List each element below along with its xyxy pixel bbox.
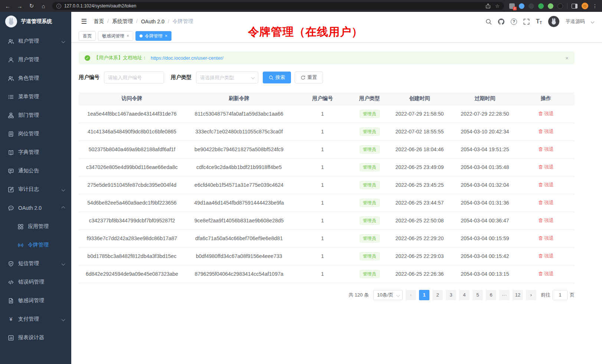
- pagination-next-button[interactable]: ›: [526, 290, 536, 300]
- bookmark-star-icon[interactable]: ☆: [495, 3, 500, 9]
- sidebar-item-audit-log[interactable]: 审计日志: [0, 180, 71, 199]
- extension-badge: 0: [513, 7, 517, 10]
- pagination-page-6[interactable]: 6: [486, 290, 496, 300]
- shield-icon: [8, 261, 14, 267]
- pagination-more-button[interactable]: ···: [499, 290, 510, 300]
- sidebar-item-user[interactable]: 用户管理: [0, 50, 71, 69]
- extension-icon-3[interactable]: [529, 3, 534, 9]
- tab-home[interactable]: 首页: [79, 31, 96, 41]
- browser-reload-button[interactable]: ↻: [28, 3, 35, 9]
- sidebar-item-dict[interactable]: 字典管理: [0, 143, 71, 162]
- page-unit-label: 页: [570, 292, 575, 298]
- font-size-icon[interactable]: TT: [536, 18, 542, 25]
- cell-action: 强退: [517, 140, 575, 158]
- sidebar-item-oauth2[interactable]: OAuth 2.0: [0, 199, 71, 217]
- sidebar-item-sms[interactable]: 短信管理: [0, 254, 71, 273]
- pagination-page-3[interactable]: 3: [446, 290, 456, 300]
- user-type-select[interactable]: [196, 72, 258, 83]
- users-icon: [8, 39, 14, 44]
- reset-button[interactable]: 重置: [295, 72, 323, 83]
- user-type-label: 用户类型: [171, 74, 192, 81]
- extension-icon-2[interactable]: [519, 3, 524, 9]
- force-logout-button[interactable]: 强退: [538, 271, 554, 277]
- tab-token[interactable]: 令牌管理 ×: [135, 31, 171, 41]
- share-icon[interactable]: [485, 3, 491, 9]
- browser-home-button[interactable]: ⌂: [40, 3, 47, 9]
- sidebar-item-pay[interactable]: ¥ 支付管理: [0, 310, 71, 328]
- force-logout-button[interactable]: 强退: [538, 110, 554, 117]
- help-icon[interactable]: ?: [511, 19, 517, 25]
- breadcrumb-home[interactable]: 首页: [94, 18, 109, 25]
- sidebar-item-error-code[interactable]: 错误码管理: [0, 273, 71, 291]
- browser-back-button[interactable]: ←: [4, 3, 11, 9]
- alert-close-icon[interactable]: ×: [565, 55, 569, 61]
- sidebar-item-oauth2-app[interactable]: 应用管理: [0, 217, 71, 236]
- cell-action: 强退: [517, 158, 575, 176]
- force-logout-button[interactable]: 强退: [538, 253, 554, 259]
- pagination-page-2[interactable]: 2: [432, 290, 443, 300]
- force-logout-button[interactable]: 强退: [538, 217, 554, 224]
- user-type-badge: 管理员: [360, 216, 380, 225]
- close-icon[interactable]: ×: [127, 33, 129, 39]
- goto-page-input[interactable]: [553, 290, 567, 300]
- user-avatar[interactable]: [548, 16, 559, 27]
- sidebar-item-tenant[interactable]: 租户管理: [0, 32, 71, 50]
- sidebar-item-oauth2-token[interactable]: 令牌管理: [0, 236, 71, 254]
- app-logo[interactable]: 芋道管理系统: [0, 12, 71, 31]
- close-icon[interactable]: ×: [165, 33, 167, 39]
- force-logout-button[interactable]: 强退: [538, 128, 554, 135]
- extension-icon-4[interactable]: [538, 3, 544, 9]
- force-logout-button[interactable]: 强退: [538, 164, 554, 171]
- fullscreen-icon[interactable]: [523, 19, 530, 25]
- url-bar[interactable]: i 127.0.0.1:1024/system/oauth2/token ☆: [52, 2, 504, 10]
- sidebar-item-role[interactable]: 角色管理: [0, 69, 71, 87]
- sidebar-item-menu[interactable]: 菜单管理: [0, 87, 71, 106]
- github-icon[interactable]: [498, 19, 504, 25]
- force-logout-button[interactable]: 强退: [538, 199, 554, 206]
- page-size-select[interactable]: 10条/页: [373, 290, 403, 300]
- cell-user-type: 管理员: [352, 123, 387, 140]
- breadcrumb-system[interactable]: 系统管理: [112, 18, 138, 25]
- force-logout-button[interactable]: 强退: [538, 182, 554, 188]
- cell-created: 2022-06-25 23:44:57: [387, 194, 452, 212]
- pagination-page-12[interactable]: 12: [513, 290, 523, 300]
- sidebar-item-dept[interactable]: 部门管理: [0, 106, 71, 125]
- tab-sensitive-word[interactable]: 敏感词管理 ×: [98, 31, 133, 41]
- page-info-icon[interactable]: i: [56, 4, 61, 9]
- force-logout-button[interactable]: 强退: [538, 235, 554, 242]
- sidebar-item-post[interactable]: 岗位管理: [0, 125, 71, 143]
- refresh-icon: [301, 75, 305, 80]
- browser-forward-button[interactable]: →: [16, 3, 23, 9]
- sidebar-item-sensitive-word[interactable]: 敏感词管理: [0, 291, 71, 310]
- search-button[interactable]: 搜索: [263, 72, 291, 83]
- cell-access-token: c342377bf8b344799dcbf7bf095287f2: [79, 212, 185, 229]
- doc-link[interactable]: https://doc.iocoder.cn/user-center/: [151, 55, 223, 61]
- pagination-page-5[interactable]: 5: [472, 290, 483, 300]
- chevron-down-icon: [396, 293, 400, 297]
- cell-action: 强退: [517, 194, 575, 212]
- search-icon[interactable]: [485, 19, 492, 25]
- cell-access-token: 6d842e2924594de9a09e45e087323abe: [79, 265, 185, 283]
- side-panel-icon[interactable]: [572, 4, 578, 9]
- sidebar-item-notice[interactable]: 通知公告: [0, 162, 71, 180]
- pagination-page-1[interactable]: 1: [419, 290, 429, 300]
- breadcrumb-oauth2[interactable]: OAuth 2.0: [141, 19, 169, 24]
- pagination-prev-button[interactable]: ‹: [406, 290, 416, 300]
- chevron-down-icon: [62, 188, 65, 191]
- pagination-page-4[interactable]: 4: [459, 290, 470, 300]
- user-type-select-input[interactable]: [196, 72, 258, 83]
- user-name[interactable]: 芋道源码: [566, 18, 585, 25]
- extension-icon-1[interactable]: 0: [509, 3, 515, 9]
- extension-puzzle-icon[interactable]: [548, 3, 553, 9]
- user-id-input[interactable]: [104, 72, 164, 83]
- force-logout-button[interactable]: 强退: [538, 146, 554, 153]
- filter-form: 用户编号 用户类型 搜索 重置: [79, 72, 575, 83]
- trash-icon: [538, 254, 543, 258]
- user-type-badge: 管理员: [360, 199, 380, 207]
- sidebar-item-report-designer[interactable]: 报表设计器: [0, 328, 71, 347]
- browser-profile-avatar[interactable]: ☺: [582, 3, 588, 9]
- browser-menu-icon[interactable]: ⋮: [592, 3, 598, 9]
- chevron-down-icon[interactable]: [591, 20, 595, 23]
- extension-icon-5[interactable]: [557, 3, 563, 9]
- sidebar-collapse-icon[interactable]: ☰: [81, 17, 87, 26]
